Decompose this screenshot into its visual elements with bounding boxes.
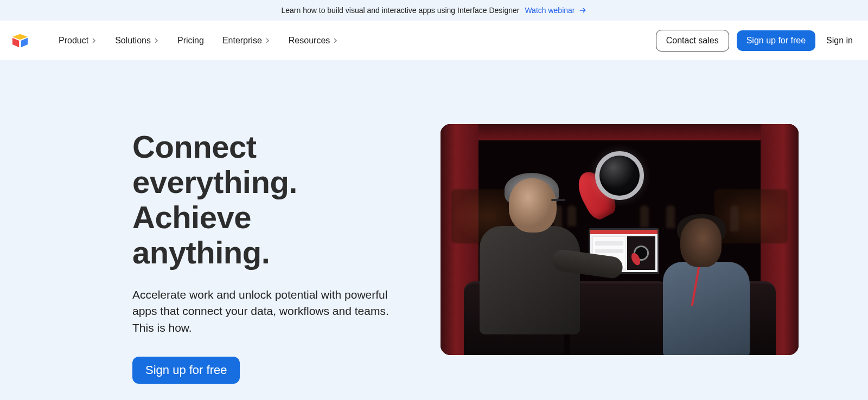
announcement-link-label: Watch webinar [525,6,575,15]
nav-item-solutions[interactable]: Solutions [115,36,159,46]
nav-item-label: Product [59,36,88,46]
hero-title-line: Connect [132,129,257,164]
signup-button[interactable]: Sign up for free [737,30,815,51]
nav-item-label: Enterprise [222,36,262,46]
hero-image [441,124,799,355]
hero-subtitle: Accelerate work and unlock potential wit… [132,287,404,336]
hero-copy: Connect everything. Achieve anything. Ac… [132,124,404,384]
curtain-decor [441,124,799,140]
chevron-right-icon [265,38,270,43]
svg-marker-3 [21,37,28,47]
announcement-bar: Learn how to build visual and interactiv… [0,0,868,21]
nav-links: Product Solutions Pricing Enterprise Res… [59,36,338,46]
nav-left: Product Solutions Pricing Enterprise Res… [12,33,338,48]
svg-marker-2 [12,37,19,47]
chevron-right-icon [154,38,159,43]
logo[interactable] [12,33,28,48]
hero-title-line: anything. [132,235,270,270]
airtable-logo-icon [12,33,28,48]
person-decor [663,214,750,355]
contact-sales-button[interactable]: Contact sales [656,30,729,51]
hero-section: Connect everything. Achieve anything. Ac… [0,60,868,384]
chevron-right-icon [333,38,338,43]
nav-item-enterprise[interactable]: Enterprise [222,36,270,46]
nav-item-label: Pricing [177,36,204,46]
hero-signup-button[interactable]: Sign up for free [132,357,240,384]
chevron-right-icon [91,38,97,43]
hero-title-line: everything. [132,164,297,199]
nav-item-product[interactable]: Product [59,36,97,46]
hero-title-line: Achieve [132,199,251,235]
nav-item-label: Solutions [115,36,151,46]
arrow-right-icon [578,6,587,15]
nav-item-pricing[interactable]: Pricing [177,36,204,46]
person-decor [472,176,575,339]
nav-item-resources[interactable]: Resources [289,36,338,46]
announcement-link[interactable]: Watch webinar [525,6,586,15]
signin-link[interactable]: Sign in [823,36,856,46]
nav-item-label: Resources [289,36,330,46]
announcement-text: Learn how to build visual and interactiv… [281,6,519,15]
navbar: Product Solutions Pricing Enterprise Res… [0,21,868,60]
nav-right: Contact sales Sign up for free Sign in [656,30,856,51]
hero-title: Connect everything. Achieve anything. [132,130,404,270]
